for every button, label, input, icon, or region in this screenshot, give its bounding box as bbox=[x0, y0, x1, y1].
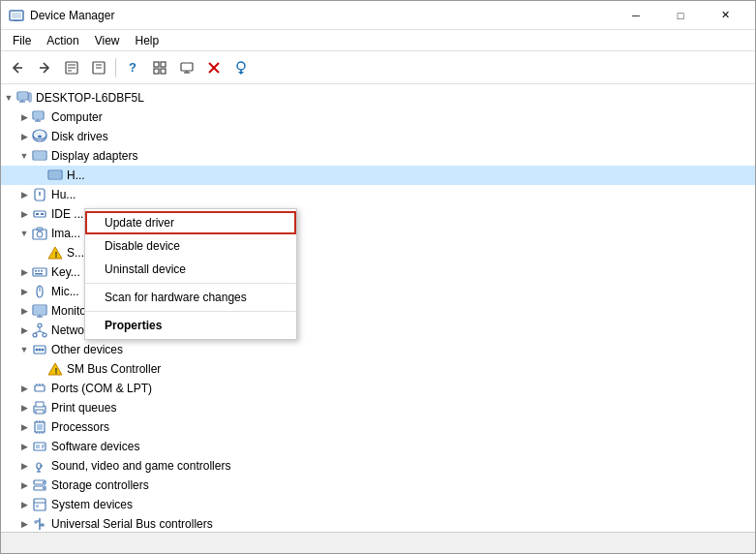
ports-label: Ports (COM & LPT) bbox=[51, 382, 152, 395]
network-expand-icon[interactable]: ▶ bbox=[16, 321, 32, 340]
root-label: DESKTOP-L6DBF5L bbox=[36, 91, 144, 105]
display-adapters-label: Display adapters bbox=[51, 149, 137, 163]
svg-rect-89 bbox=[37, 463, 41, 469]
ctx-properties[interactable]: Properties bbox=[85, 314, 296, 337]
minimize-button[interactable]: ─ bbox=[614, 1, 658, 30]
toolbar-properties-button[interactable] bbox=[59, 55, 84, 80]
toolbar-view-button[interactable] bbox=[147, 55, 172, 80]
keyboard-label: Key... bbox=[51, 265, 80, 279]
tree-item-usb[interactable]: ▶ Universal Serial Bus controllers bbox=[1, 514, 755, 532]
tree-item-computer[interactable]: ▶ Computer bbox=[1, 108, 755, 127]
maximize-button[interactable]: □ bbox=[658, 1, 703, 30]
toolbar-update-driver-button[interactable] bbox=[86, 55, 111, 80]
tree-item-disk-drives[interactable]: ▶ Disk drives bbox=[1, 127, 755, 146]
tree-item-ports[interactable]: ▶ Ports (COM & LPT) bbox=[1, 379, 755, 398]
svg-rect-49 bbox=[35, 270, 37, 272]
svg-rect-51 bbox=[41, 270, 43, 272]
tree-item-sound[interactable]: ▶ Sound, video and game controllers bbox=[1, 456, 755, 476]
menu-action[interactable]: Action bbox=[39, 32, 86, 49]
close-button[interactable]: ✕ bbox=[703, 1, 747, 30]
toolbar-scan-button[interactable] bbox=[228, 55, 254, 80]
other-expand-icon[interactable]: ▼ bbox=[16, 340, 32, 359]
toolbar-back-button[interactable] bbox=[5, 55, 30, 80]
svg-rect-40 bbox=[34, 211, 45, 217]
svg-rect-37 bbox=[49, 171, 61, 178]
toolbar-uninstall-button[interactable] bbox=[201, 55, 227, 80]
computer-expand-icon[interactable]: ▶ bbox=[16, 108, 32, 127]
menu-file[interactable]: File bbox=[5, 32, 39, 49]
toolbar-forward-button[interactable] bbox=[32, 55, 57, 80]
context-menu: Update driver Disable device Uninstall d… bbox=[84, 208, 297, 340]
storage-expand-icon[interactable]: ▶ bbox=[16, 476, 32, 495]
ctx-uninstall-device[interactable]: Uninstall device bbox=[85, 258, 296, 281]
system-expand-icon[interactable]: ▶ bbox=[16, 495, 32, 514]
tree-item-sm-bus[interactable]: ! SM Bus Controller bbox=[1, 359, 755, 379]
ide-label: IDE ... bbox=[51, 207, 83, 221]
svg-rect-41 bbox=[36, 213, 39, 215]
usb-icon bbox=[32, 516, 47, 532]
toolbar-monitor-button[interactable] bbox=[174, 55, 199, 80]
mice-label: Mic... bbox=[51, 285, 79, 298]
disk-expand-icon[interactable]: ▶ bbox=[16, 127, 32, 146]
keyboard-icon bbox=[32, 264, 47, 280]
ctx-update-driver[interactable]: Update driver bbox=[85, 211, 296, 234]
tree-root[interactable]: ▼ DESKTOP-L6DBF5L bbox=[1, 88, 755, 108]
display-device-icon bbox=[47, 168, 63, 183]
svg-text:!: ! bbox=[55, 250, 58, 260]
ctx-separator-2 bbox=[85, 311, 296, 312]
svg-rect-86 bbox=[36, 445, 40, 448]
usb-expand-icon[interactable]: ▶ bbox=[16, 514, 32, 532]
ctx-disable-device[interactable]: Disable device bbox=[85, 234, 296, 258]
monitors-expand-icon[interactable]: ▶ bbox=[16, 301, 32, 321]
svg-point-44 bbox=[37, 231, 43, 237]
toolbar-help-button[interactable]: ? bbox=[120, 55, 145, 80]
storage-icon bbox=[32, 477, 47, 493]
usb-label: Universal Serial Bus controllers bbox=[51, 517, 213, 531]
svg-point-60 bbox=[43, 333, 46, 337]
print-expand-icon[interactable]: ▶ bbox=[16, 398, 32, 417]
tree-item-other-devices[interactable]: ▼ Other devices bbox=[1, 340, 755, 359]
menu-help[interactable]: Help bbox=[128, 32, 167, 49]
svg-point-21 bbox=[237, 62, 245, 70]
svg-rect-78 bbox=[37, 424, 43, 430]
mice-expand-icon[interactable]: ▶ bbox=[16, 282, 32, 301]
svg-rect-76 bbox=[36, 410, 44, 414]
storage-label: Storage controllers bbox=[51, 478, 149, 492]
svg-rect-14 bbox=[154, 69, 159, 74]
tree-item-print-queues[interactable]: ▶ Print queues bbox=[1, 398, 755, 417]
print-queues-label: Print queues bbox=[51, 401, 116, 415]
svg-rect-23 bbox=[18, 93, 27, 99]
ctx-scan-hardware[interactable]: Scan for hardware changes bbox=[85, 286, 296, 309]
display-expand-icon[interactable]: ▼ bbox=[16, 146, 32, 166]
tree-item-hid[interactable]: ▶ Hu... bbox=[1, 185, 755, 204]
computer-icon bbox=[32, 109, 47, 125]
root-expand-icon[interactable]: ▼ bbox=[1, 88, 16, 108]
display-device-label: H... bbox=[67, 169, 85, 182]
tree-item-storage[interactable]: ▶ Storage controllers bbox=[1, 476, 755, 495]
sound-expand-icon[interactable]: ▶ bbox=[16, 456, 32, 476]
tree-item-display-adapters[interactable]: ▼ Display adapters bbox=[1, 146, 755, 166]
tree-item-system[interactable]: ▶ System devices bbox=[1, 495, 755, 514]
tree-item-processors[interactable]: ▶ Processors bbox=[1, 417, 755, 437]
svg-rect-70 bbox=[35, 385, 45, 391]
software-expand-icon[interactable]: ▶ bbox=[16, 437, 32, 456]
imaging-label: Ima... bbox=[51, 227, 80, 240]
hid-expand-icon[interactable]: ▶ bbox=[16, 185, 32, 204]
processors-expand-icon[interactable]: ▶ bbox=[16, 417, 32, 437]
other-devices-label: Other devices bbox=[51, 343, 123, 356]
network-icon bbox=[32, 323, 47, 338]
imaging-expand-icon[interactable]: ▼ bbox=[16, 224, 32, 243]
ide-expand-icon[interactable]: ▶ bbox=[16, 204, 32, 224]
tree-item-display-device[interactable]: H... bbox=[1, 166, 755, 185]
software-devices-label: Software devices bbox=[51, 440, 139, 453]
svg-rect-55 bbox=[34, 306, 45, 314]
svg-point-59 bbox=[33, 333, 37, 337]
svg-rect-96 bbox=[34, 499, 45, 510]
svg-point-58 bbox=[38, 323, 42, 327]
tree-item-software-devices[interactable]: ▶ Software devices bbox=[1, 437, 755, 456]
svg-point-102 bbox=[35, 521, 37, 523]
menu-view[interactable]: View bbox=[87, 32, 128, 49]
ports-expand-icon[interactable]: ▶ bbox=[16, 379, 32, 398]
keyboard-expand-icon[interactable]: ▶ bbox=[16, 262, 32, 282]
mice-icon bbox=[32, 284, 47, 299]
